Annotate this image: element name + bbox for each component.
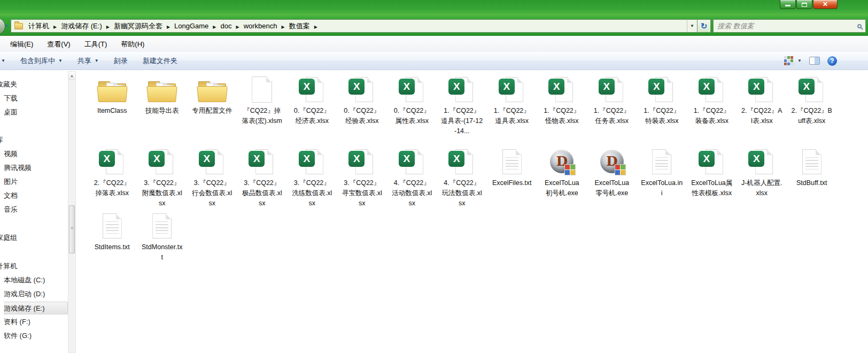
sidebar-item[interactable]: 桌面 — [4, 105, 68, 119]
file-name: 1.『CQ22』道具表-(17-12-14... — [441, 106, 483, 136]
file-item[interactable]: StdMonster.txt — [137, 212, 188, 265]
file-item[interactable]: X 3.『CQ22』洗练数值表.xlsx — [287, 148, 337, 212]
refresh-button[interactable]: ↻ — [698, 19, 711, 33]
menu-item[interactable]: 编辑(E) — [3, 36, 40, 52]
maximize-button[interactable] — [796, 0, 812, 9]
file-item[interactable]: ExcelToLua.ini — [637, 148, 687, 212]
breadcrumb-segment[interactable]: 数值案 — [287, 22, 312, 30]
file-item[interactable]: X ExcelToLua属性表模板.xlsx — [687, 148, 737, 212]
file-item[interactable]: ExcelFiles.txt — [487, 148, 537, 212]
file-item[interactable]: X 3.『CQ22』行会数值表.xlsx — [187, 148, 237, 212]
page-fold-icon — [317, 78, 323, 83]
breadcrumb-segment[interactable]: workbench — [242, 22, 280, 30]
menu-item[interactable]: 查看(V) — [40, 36, 77, 52]
breadcrumb-separator-icon[interactable]: ▶ — [51, 25, 59, 29]
file-item[interactable]: X 1.『CQ22』任务表.xlsx — [587, 75, 637, 148]
toolbar-button[interactable]: 新建文件夹 — [135, 52, 185, 70]
help-button[interactable]: ? — [827, 56, 837, 66]
breadcrumb-separator-icon[interactable]: ▶ — [211, 25, 218, 29]
page-fold-icon — [317, 150, 323, 155]
file-item[interactable]: X 4.『CQ22』活动数值表.xlsx — [387, 148, 437, 212]
breadcrumb-segment[interactable]: doc — [219, 22, 234, 30]
breadcrumb-separator-icon[interactable]: ▶ — [165, 25, 172, 29]
sidebar-item[interactable]: 游戏储存 (E:) — [4, 302, 68, 314]
menu-item[interactable]: 帮助(H) — [114, 36, 151, 52]
change-view-button[interactable]: ▼ — [784, 56, 802, 65]
file-item[interactable]: X 4.『CQ22』玩法数值表.xlsx — [437, 148, 487, 212]
sidebar-item[interactable]: 腾讯视频 — [4, 161, 68, 175]
recent-pages-dropdown-icon[interactable]: ▼ — [4, 24, 9, 28]
breadcrumb-separator-icon[interactable]: ▶ — [280, 25, 287, 29]
sidebar-item[interactable]: 下载 — [4, 91, 68, 105]
page-fold-icon — [267, 150, 273, 155]
address-dropdown-button[interactable]: ▼ — [687, 19, 698, 33]
excel-icon: X — [296, 148, 329, 176]
page-fold-icon — [467, 78, 472, 83]
file-item[interactable]: X 1.『CQ22』道具表.xlsx — [487, 75, 537, 148]
address-breadcrumb-bar[interactable]: 计算机▶游戏储存 (E:)▶新幽冥源码全套▶LongGame▶doc▶workb… — [11, 19, 687, 33]
file-item[interactable]: X 2.『CQ22』掉落表.xlsx — [87, 148, 137, 212]
page-fold-icon — [717, 78, 723, 83]
chevron-down-icon: ▼ — [58, 58, 63, 63]
sidebar-item[interactable]: 计算机 — [0, 259, 68, 273]
file-item[interactable]: X 0.『CQ22』经济表.xlsx — [287, 75, 337, 148]
breadcrumb-segment[interactable]: LongGame — [172, 22, 211, 30]
file-item[interactable]: X 1.『CQ22』特装表.xlsx — [637, 75, 687, 148]
breadcrumb-separator-icon[interactable]: ▶ — [104, 25, 112, 29]
file-item[interactable]: X J-机器人配置.xlsx — [737, 148, 787, 212]
file-item[interactable]: X 1.『CQ22』道具表-(17-12-14... — [437, 75, 487, 148]
menu-item[interactable]: 工具(T) — [78, 36, 114, 52]
sidebar-scrollbar[interactable]: ▲ — [68, 71, 76, 353]
sidebar-item[interactable]: 视频 — [4, 147, 68, 161]
file-item[interactable]: StdItems.txt — [87, 212, 137, 265]
file-item[interactable]: 专用配置文件 — [187, 75, 237, 148]
sidebar-item[interactable]: 收藏夹 — [0, 78, 68, 91]
file-item[interactable]: X 1.『CQ22』怪物表.xlsx — [537, 75, 587, 148]
sidebar-item[interactable]: 音乐 — [4, 203, 68, 217]
minimize-button[interactable] — [780, 0, 796, 9]
sidebar-item[interactable]: 库 — [0, 133, 68, 147]
excel-icon: X — [799, 79, 815, 95]
file-name: 2.『CQ22』AI表.xlsx — [741, 106, 782, 126]
file-item[interactable]: X 3.『CQ22』极品数值表.xlsx — [237, 148, 288, 212]
breadcrumb-separator-icon[interactable]: ▶ — [312, 25, 320, 29]
search-box[interactable] — [713, 19, 866, 33]
sidebar-item[interactable]: 图片 — [4, 175, 68, 189]
views-dropdown-icon[interactable]: ▼ — [797, 58, 802, 63]
file-item[interactable]: X 0.『CQ22』属性表.xlsx — [387, 75, 437, 148]
file-item[interactable]: 技能导出表 — [137, 75, 188, 148]
preview-pane-button[interactable] — [809, 57, 820, 65]
toolbar-button[interactable]: 刻录 — [106, 52, 135, 70]
file-item[interactable]: 『CQ22』掉落表(宏).xlsm — [237, 75, 288, 148]
file-item[interactable]: ItemClass — [87, 75, 137, 148]
file-item[interactable]: StdBuff.txt — [787, 148, 837, 212]
file-item[interactable]: X 3.『CQ22』寻宝数值表.xlsx — [337, 148, 387, 212]
file-item[interactable]: X 0.『CQ22』经验表.xlsx — [337, 75, 387, 148]
toolbar-button[interactable]: 包含到库中▼ — [13, 52, 70, 70]
search-input[interactable] — [717, 22, 857, 30]
scrollbar-thumb[interactable] — [69, 205, 75, 253]
organize-dropdown-icon[interactable]: ▼ — [1, 58, 5, 63]
sidebar-item[interactable]: 本地磁盘 (C:) — [4, 273, 68, 287]
sidebar-item[interactable]: 软件 (G:) — [4, 329, 68, 343]
file-item[interactable]: X 3.『CQ22』附魔数值表.xlsx — [137, 148, 188, 212]
excel-icon: X — [545, 75, 578, 104]
breadcrumb-segment[interactable]: 新幽冥源码全套 — [112, 22, 165, 30]
close-button[interactable]: ✕ — [813, 0, 838, 9]
file-name: 2.『CQ22』掉落表.xlsx — [91, 178, 133, 198]
page-fold-icon — [617, 78, 623, 83]
sidebar-item[interactable]: 资料 (F:) — [4, 315, 68, 329]
file-item[interactable]: D ExcelToLua 初号机.exe — [537, 148, 587, 212]
scroll-up-button[interactable]: ▲ — [68, 72, 75, 80]
file-item[interactable]: X 1.『CQ22』装备表.xlsx — [687, 75, 737, 148]
file-item[interactable]: X 2.『CQ22』AI表.xlsx — [737, 75, 787, 148]
sidebar-item[interactable]: 文档 — [4, 189, 68, 203]
breadcrumb-separator-icon[interactable]: ▶ — [234, 25, 241, 29]
toolbar-button[interactable]: 共享▼ — [70, 52, 106, 70]
file-item[interactable]: D ExcelToLua 零号机.exe — [587, 148, 637, 212]
sidebar-item[interactable]: 家庭组 — [0, 231, 68, 245]
breadcrumb-segment[interactable]: 游戏储存 (E:) — [59, 22, 104, 30]
sidebar-item[interactable]: 游戏启动 (D:) — [4, 287, 68, 301]
breadcrumb-segment[interactable]: 计算机 — [26, 22, 51, 30]
file-item[interactable]: X 2.『CQ22』Buff表.xlsx — [787, 75, 837, 148]
